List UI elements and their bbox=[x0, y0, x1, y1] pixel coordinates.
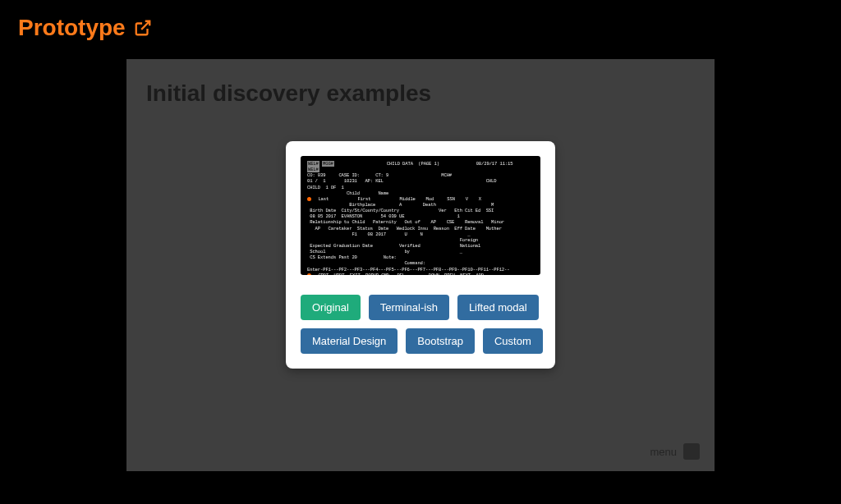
button-group: Original Terminal-ish Lifted modal Mater… bbox=[301, 295, 540, 354]
footer-menu-label: menu bbox=[650, 446, 677, 458]
button-row-1: Original Terminal-ish Lifted modal bbox=[301, 295, 540, 320]
svg-line-0 bbox=[141, 21, 149, 30]
prototype-link[interactable]: Prototype bbox=[18, 15, 152, 41]
slide: Initial discovery examples WEL# MGG# CHI… bbox=[126, 59, 715, 471]
lifted-modal-button[interactable]: Lifted modal bbox=[457, 295, 539, 320]
external-link-icon bbox=[134, 19, 152, 37]
original-button[interactable]: Original bbox=[301, 295, 361, 320]
material-design-button[interactable]: Material Design bbox=[301, 328, 398, 354]
slide-title: Initial discovery examples bbox=[146, 80, 431, 107]
terminal-ish-button[interactable]: Terminal-ish bbox=[369, 295, 449, 320]
footer-menu[interactable]: menu bbox=[650, 443, 700, 460]
custom-button[interactable]: Custom bbox=[483, 328, 543, 354]
prototype-link-text: Prototype bbox=[18, 15, 126, 41]
modal-card: WEL# MGG# CHILD DATA (PAGE 1) 08/29/17 1… bbox=[286, 141, 555, 369]
menu-icon bbox=[683, 443, 700, 460]
button-row-2: Material Design Bootstrap Custom bbox=[301, 328, 540, 354]
terminal-screenshot: WEL# MGG# CHILD DATA (PAGE 1) 08/29/17 1… bbox=[301, 156, 540, 275]
bootstrap-button[interactable]: Bootstrap bbox=[406, 328, 475, 354]
